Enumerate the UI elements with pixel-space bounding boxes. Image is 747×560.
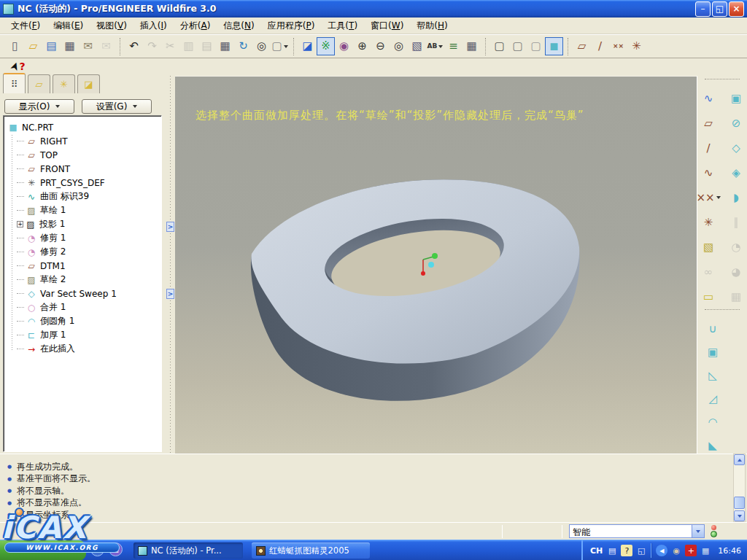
hidden-line-button[interactable]: ▢ bbox=[508, 37, 527, 55]
undo-button[interactable]: ↶ bbox=[125, 37, 143, 55]
close-button[interactable]: × bbox=[729, 1, 744, 17]
tree-item-NC.PRT[interactable]: ■NC.PRT bbox=[4, 120, 161, 134]
tree-settings-button[interactable]: 设置(G) bbox=[82, 99, 152, 114]
graphics-area[interactable]: 选择整个曲面做加厚处理。在将“草绘”和“投影”作隐藏处理后，完成“鸟巢” bbox=[175, 76, 697, 454]
draft-button[interactable]: ◿ bbox=[703, 389, 722, 408]
style-button[interactable]: ◗ bbox=[727, 188, 746, 207]
splitter-collapse-button[interactable]: > bbox=[166, 222, 174, 232]
ime-help-tray-icon[interactable]: ? bbox=[621, 545, 632, 556]
scroll-thumb[interactable] bbox=[734, 497, 745, 509]
tree-item-草绘-1[interactable]: ▨草绘 1 bbox=[4, 203, 161, 217]
zoom-fit-button[interactable]: ◎ bbox=[390, 37, 408, 55]
annotation-feature-button[interactable]: ▭ bbox=[699, 287, 718, 306]
spin-center-button[interactable]: ※ bbox=[317, 37, 335, 55]
datum-points-toggle[interactable]: ×× bbox=[609, 37, 627, 55]
minimize-button[interactable]: – bbox=[695, 1, 711, 17]
menu-F[interactable]: 文件(F) bbox=[4, 18, 47, 34]
collapse-chevron-icon[interactable]: ◀ bbox=[656, 545, 667, 556]
paste-button[interactable]: ▤ bbox=[198, 37, 216, 55]
model-link-button[interactable]: ✉ bbox=[97, 37, 115, 55]
start-button[interactable] bbox=[0, 540, 86, 560]
reorient-button[interactable]: ▧ bbox=[408, 37, 426, 55]
new-file-button[interactable]: ▯ bbox=[6, 37, 24, 55]
copy-geometry-button[interactable]: ∞ bbox=[699, 262, 718, 281]
menu-E[interactable]: 编辑(E) bbox=[47, 18, 90, 34]
tree-item-投影-1[interactable]: +▨投影 1 bbox=[4, 217, 161, 231]
tree-item-DTM1[interactable]: ▱DTM1 bbox=[4, 259, 161, 273]
menu-N[interactable]: 信息(N) bbox=[217, 18, 260, 34]
boundary-blend-button[interactable]: ◈ bbox=[727, 163, 746, 182]
no-hidden-button[interactable]: ▢ bbox=[527, 37, 545, 55]
menu-T[interactable]: 工具(T) bbox=[321, 18, 364, 34]
tree-item-在此插入[interactable]: →在此插入 bbox=[4, 342, 161, 356]
redo-button[interactable]: ↷ bbox=[143, 37, 161, 55]
message-area-sash[interactable] bbox=[0, 454, 747, 459]
tab-folder-browser[interactable]: ▱ bbox=[28, 74, 50, 93]
sketched-curve-button[interactable]: ∿ bbox=[699, 89, 718, 108]
open-file-button[interactable]: ▱ bbox=[24, 37, 42, 55]
keyboard-tray-icon[interactable]: ▤ bbox=[606, 545, 618, 556]
splitter-collapse-button-2[interactable]: > bbox=[166, 289, 174, 299]
menu-A[interactable]: 分析(A) bbox=[174, 18, 217, 34]
datum-curve-button[interactable]: ∿ bbox=[699, 163, 718, 182]
layers-button[interactable]: ≡ bbox=[444, 37, 462, 55]
repaint-button[interactable]: ◪ bbox=[298, 37, 317, 55]
3d-model[interactable] bbox=[175, 77, 697, 454]
tree-item-TOP[interactable]: ▱TOP bbox=[4, 148, 161, 162]
select-box-button[interactable]: ▢ bbox=[271, 37, 289, 55]
print-button[interactable]: ▦ bbox=[61, 37, 79, 55]
find-button[interactable]: ◎ bbox=[252, 37, 271, 55]
hole-button[interactable]: ∪ bbox=[703, 319, 722, 338]
tree-item-修剪-1[interactable]: ◔修剪 1 bbox=[4, 231, 161, 245]
panel-splitter[interactable]: > > bbox=[166, 76, 175, 454]
mirror-button[interactable]: ∥ bbox=[727, 213, 746, 232]
movie-maker-icon[interactable]: ▥ bbox=[109, 542, 123, 556]
datum-point-button[interactable]: ×× bbox=[699, 188, 718, 207]
expander-icon[interactable]: + bbox=[17, 221, 23, 228]
combo-dropdown-button[interactable] bbox=[692, 525, 704, 537]
pattern-button[interactable]: ▦ bbox=[727, 287, 746, 306]
paste-special-button[interactable]: ▦ bbox=[216, 37, 234, 55]
tab-model-tree[interactable]: ⠿ bbox=[3, 73, 26, 93]
menu-H[interactable]: 帮助(H) bbox=[410, 18, 454, 34]
restore-button[interactable]: ◱ bbox=[712, 1, 727, 17]
zoom-out-button[interactable]: ⊖ bbox=[371, 37, 390, 55]
datum-axes-toggle[interactable]: ∕ bbox=[591, 37, 609, 55]
scroll-down-button[interactable] bbox=[734, 510, 745, 521]
shaded-button[interactable]: ◼ bbox=[545, 37, 563, 55]
csys-toggle[interactable]: ✳ bbox=[627, 37, 646, 55]
revolve-button[interactable]: ⊘ bbox=[727, 114, 746, 133]
saved-views-button[interactable]: AB bbox=[426, 37, 444, 55]
send-mail-button[interactable]: ✉ bbox=[79, 37, 97, 55]
menu-V[interactable]: 视图(V) bbox=[90, 18, 133, 34]
ime-pad-tray-icon[interactable]: ◱ bbox=[635, 545, 647, 556]
chamfer-button[interactable]: ◣ bbox=[703, 436, 722, 455]
tab-favorites[interactable]: ✳ bbox=[53, 74, 75, 93]
task-screenshot[interactable]: 红蜻蜓抓图精灵2005 bbox=[252, 542, 370, 559]
tree-item-倒圆角-1[interactable]: ◠倒圆角 1 bbox=[4, 314, 161, 328]
save-button[interactable]: ▤ bbox=[42, 37, 61, 55]
merge-tool-button[interactable]: ◕ bbox=[727, 262, 746, 281]
datum-planes-toggle[interactable]: ▱ bbox=[573, 37, 591, 55]
tab-connections[interactable]: ◪ bbox=[77, 74, 100, 93]
zoom-in-button[interactable]: ⊕ bbox=[353, 37, 371, 55]
view-manager-button[interactable]: ▦ bbox=[462, 37, 481, 55]
datum-csys-button[interactable]: ✳ bbox=[699, 213, 718, 232]
regenerate-button[interactable]: ↻ bbox=[234, 37, 252, 55]
tree-item-合并-1[interactable]: ○合并 1 bbox=[4, 300, 161, 314]
task-proe[interactable]: NC (活动的) - Pr... bbox=[133, 542, 243, 559]
wireframe-button[interactable]: ▢ bbox=[490, 37, 508, 55]
menu-W[interactable]: 窗口(W) bbox=[364, 18, 410, 34]
round-button[interactable]: ◠ bbox=[703, 413, 722, 432]
tree-item-修剪-2[interactable]: ◔修剪 2 bbox=[4, 245, 161, 259]
orient-mode-button[interactable]: ◉ bbox=[335, 37, 353, 55]
media-player-icon[interactable]: ▶ bbox=[90, 542, 104, 556]
tree-show-button[interactable]: 显示(O) bbox=[4, 99, 74, 114]
message-scrollbar[interactable] bbox=[733, 454, 746, 522]
datum-plane-button[interactable]: ▱ bbox=[699, 114, 718, 133]
selection-filter-combobox[interactable]: 智能 bbox=[569, 524, 705, 538]
sketch-button[interactable]: ▧ bbox=[699, 238, 718, 257]
copy-button[interactable]: ▥ bbox=[179, 37, 198, 55]
trim-tool-button[interactable]: ◔ bbox=[727, 238, 746, 257]
menu-P[interactable]: 应用程序(P) bbox=[261, 18, 322, 34]
